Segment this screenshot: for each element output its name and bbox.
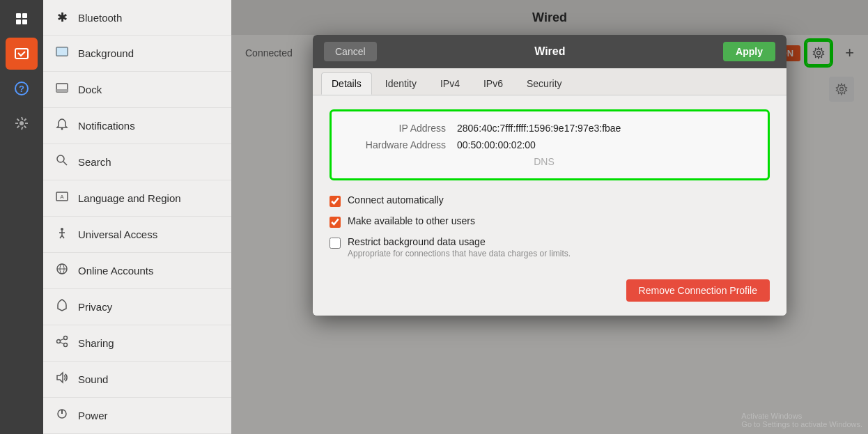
svg-line-20 (63, 162, 67, 165)
svg-text:A: A (60, 194, 64, 200)
sidebar-item-sharing-label: Sharing (78, 337, 114, 349)
svg-rect-17 (56, 89, 68, 92)
sidebar: ✱ Bluetooth Background Dock Notification… (43, 0, 231, 434)
svg-marker-36 (57, 373, 63, 382)
window-manager-icon[interactable] (6, 3, 38, 35)
sidebar-item-search[interactable]: Search (43, 144, 231, 180)
restrict-data-row: Restrict background data usage Appropria… (330, 236, 770, 258)
svg-line-12 (24, 119, 26, 121)
modal-tabs: Details Identity IPv4 IPv6 Security (313, 68, 786, 95)
sidebar-item-bluetooth-label: Bluetooth (78, 12, 122, 24)
sidebar-item-universal-access[interactable]: Universal Access (43, 217, 231, 253)
svg-point-33 (64, 343, 68, 347)
svg-line-34 (61, 339, 64, 341)
sidebar-item-language-label: Language and Region (78, 192, 181, 204)
cancel-button[interactable]: Cancel (324, 42, 377, 61)
sidebar-item-background[interactable]: Background (43, 36, 231, 72)
sidebar-item-privacy-label: Privacy (78, 301, 112, 313)
help-icon[interactable]: ? (6, 72, 38, 104)
remove-btn-row: Remove Connection Profile (330, 279, 770, 302)
hardware-address-row: Hardware Address 00:50:00:00:02:00 (346, 139, 754, 150)
icon-bar: ? (0, 0, 43, 434)
bluetooth-icon: ✱ (54, 10, 70, 25)
svg-line-10 (17, 119, 20, 121)
svg-rect-1 (22, 13, 27, 18)
sidebar-item-online-accounts[interactable]: Online Accounts (43, 253, 231, 289)
sound-icon (54, 371, 70, 387)
main-content: Wired Connected ON + Cancel Wired Apply (231, 0, 868, 434)
notifications-icon (54, 118, 70, 134)
sharing-icon (54, 335, 70, 351)
ip-value: 2806:40c:7fff:ffff:1596:9e17:97e3:fbae (457, 123, 621, 134)
svg-line-27 (62, 235, 64, 238)
ip-label: IP Address (346, 123, 457, 134)
dock-icon (54, 82, 70, 98)
tab-ipv4[interactable]: IPv4 (430, 72, 470, 95)
available-users-row: Make available to other users (330, 215, 770, 228)
sidebar-item-sound[interactable]: Sound (43, 362, 231, 398)
auto-connect-row: Connect automatically (330, 194, 770, 207)
apply-button[interactable]: Apply (723, 42, 775, 61)
modal-header: Cancel Wired Apply (313, 35, 786, 68)
ip-address-row: IP Address 2806:40c:7fff:ffff:1596:9e17:… (346, 123, 754, 134)
restrict-data-sublabel: Appropriate for connections that have da… (348, 249, 571, 258)
svg-point-7 (20, 121, 24, 125)
restrict-data-label[interactable]: Restrict background data usage (348, 236, 486, 247)
svg-point-31 (64, 336, 68, 340)
sidebar-item-sharing[interactable]: Sharing (43, 325, 231, 362)
sidebar-item-language-region[interactable]: A Language and Region (43, 180, 231, 217)
tab-security[interactable]: Security (516, 72, 573, 95)
power-icon (54, 408, 70, 424)
sidebar-item-online-accounts-label: Online Accounts (78, 265, 153, 277)
available-users-checkbox[interactable] (330, 217, 341, 228)
auto-connect-label[interactable]: Connect automatically (348, 194, 444, 206)
svg-line-35 (61, 343, 64, 344)
svg-point-32 (57, 340, 61, 343)
dns-row: DNS (346, 156, 754, 167)
background-icon (54, 45, 70, 61)
language-icon: A (54, 190, 70, 206)
system-settings-icon[interactable] (6, 107, 38, 139)
privacy-icon (54, 299, 70, 315)
wired-dialog: Cancel Wired Apply Details Identity IPv4… (313, 35, 786, 316)
modal-overlay: Cancel Wired Apply Details Identity IPv4… (231, 0, 868, 434)
svg-rect-4 (15, 49, 28, 59)
modal-title: Wired (534, 45, 565, 58)
sidebar-item-universal-access-label: Universal Access (78, 228, 157, 240)
universal-access-icon (54, 226, 70, 242)
online-accounts-icon (54, 263, 70, 279)
remove-connection-button[interactable]: Remove Connection Profile (626, 279, 770, 302)
svg-point-19 (57, 155, 64, 162)
sidebar-item-power[interactable]: Power (43, 398, 231, 434)
svg-rect-2 (16, 20, 21, 24)
hw-value: 00:50:00:00:02:00 (457, 139, 536, 150)
svg-line-13 (17, 126, 20, 128)
sidebar-item-notifications[interactable]: Notifications (43, 108, 231, 144)
sidebar-item-dock-label: Dock (78, 84, 102, 95)
network-info-box: IP Address 2806:40c:7fff:ffff:1596:9e17:… (330, 109, 770, 180)
tab-identity[interactable]: Identity (375, 72, 427, 95)
auto-connect-checkbox[interactable] (330, 196, 341, 207)
watermark: Activate WindowsGo to Settings to activa… (741, 412, 862, 428)
sidebar-item-search-label: Search (78, 156, 111, 168)
svg-text:?: ? (19, 84, 24, 94)
sidebar-item-notifications-label: Notifications (78, 120, 135, 132)
modal-body: IP Address 2806:40c:7fff:ffff:1596:9e17:… (313, 95, 786, 316)
sidebar-item-power-label: Power (78, 410, 108, 421)
dns-label: DNS (534, 156, 566, 167)
sidebar-item-sound-label: Sound (78, 373, 108, 385)
sidebar-item-dock[interactable]: Dock (43, 72, 231, 108)
svg-line-11 (24, 126, 26, 128)
svg-rect-15 (56, 47, 68, 56)
sidebar-item-privacy[interactable]: Privacy (43, 289, 231, 325)
sidebar-item-background-label: Background (78, 47, 134, 59)
available-users-label[interactable]: Make available to other users (348, 215, 475, 226)
svg-point-23 (61, 228, 63, 231)
svg-rect-0 (16, 13, 21, 18)
hw-label: Hardware Address (346, 139, 457, 150)
tab-ipv6[interactable]: IPv6 (473, 72, 513, 95)
restrict-data-checkbox[interactable] (330, 238, 341, 249)
tab-details[interactable]: Details (321, 72, 372, 95)
sidebar-item-bluetooth[interactable]: ✱ Bluetooth (43, 0, 231, 36)
software-center-icon[interactable] (6, 38, 38, 70)
